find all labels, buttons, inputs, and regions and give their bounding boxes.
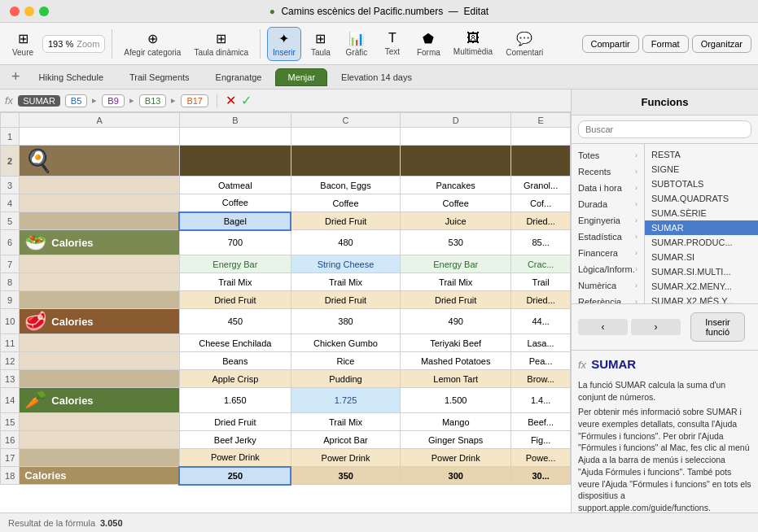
category-durada[interactable]: Durada ›	[572, 196, 644, 212]
func-sumar-si[interactable]: SUMAR.SI	[645, 250, 758, 264]
cell-b13[interactable]: Apple Crisp	[179, 370, 291, 388]
tab-menjar[interactable]: Menjar	[275, 68, 327, 86]
cell-e7[interactable]: Crac...	[511, 255, 571, 273]
cell-e5[interactable]: Dried...	[511, 212, 571, 230]
cell-d13[interactable]: Lemon Tart	[401, 370, 511, 388]
cell-b11[interactable]: Cheese Enchilada	[179, 334, 291, 352]
cell-a13[interactable]	[20, 370, 180, 388]
toolbar-comentari[interactable]: 💬 Comentari	[501, 28, 548, 60]
cell-a14[interactable]: 🥕 Calories	[20, 388, 180, 413]
cell-d8[interactable]: Trail Mix	[401, 273, 511, 291]
sidebar-next-button[interactable]: ›	[631, 319, 681, 335]
category-estadistica[interactable]: Estadística ›	[572, 229, 644, 245]
cell-d5[interactable]: Juice	[401, 212, 511, 230]
func-suma-quadrats[interactable]: SUMA.QUADRATS	[645, 191, 758, 206]
cell-c7[interactable]: String Cheese	[291, 255, 400, 273]
close-button[interactable]	[10, 7, 20, 16]
cell-c4[interactable]: Coffee	[291, 194, 400, 212]
fullscreen-button[interactable]	[39, 7, 49, 16]
cell-a17[interactable]	[20, 449, 180, 467]
cell-a9[interactable]	[20, 291, 180, 309]
add-sheet-button[interactable]: +	[7, 68, 25, 85]
cell-c11[interactable]: Chicken Gumbo	[291, 334, 400, 352]
search-input[interactable]	[578, 120, 751, 138]
cell-b16[interactable]: Beef Jerky	[179, 431, 291, 449]
sidebar-prev-button[interactable]: ‹	[578, 319, 628, 335]
insert-function-button[interactable]: Inserir funció	[690, 312, 745, 342]
cell-e8[interactable]: Trail	[511, 273, 571, 291]
func-signe[interactable]: SIGNE	[645, 162, 758, 177]
toolbar-text[interactable]: T Text	[376, 28, 409, 59]
cell-c15[interactable]: Trail Mix	[291, 413, 400, 431]
category-recents[interactable]: Recents ›	[572, 164, 644, 180]
cell-a18-calories[interactable]: Calories	[20, 467, 180, 485]
cell-e6[interactable]: 85...	[511, 230, 571, 255]
category-totes[interactable]: Totes ›	[572, 147, 644, 164]
cell-d18[interactable]: 300	[401, 467, 511, 485]
formula-function-badge[interactable]: SUMAR	[18, 95, 60, 107]
cell-d17[interactable]: Power Drink	[401, 449, 511, 467]
cell-e3[interactable]: Granol...	[511, 177, 571, 194]
cell-c2[interactable]	[291, 146, 400, 177]
cell-d11-mashed-potatoes[interactable]: Teriyaki Beef	[401, 334, 511, 352]
cell-b8[interactable]: Trail Mix	[179, 273, 291, 291]
cell-a6[interactable]: 🥗 Calories	[20, 230, 180, 255]
cell-e10[interactable]: 44...	[511, 309, 571, 334]
toolbar-forma[interactable]: ⬟ Forma	[412, 28, 445, 60]
cell-d10[interactable]: 490	[401, 309, 511, 334]
cell-e12[interactable]: Pea...	[511, 352, 571, 370]
cell-d16[interactable]: Ginger Snaps	[401, 431, 511, 449]
formula-cell-ref-b9[interactable]: B9	[102, 94, 124, 107]
cell-c8[interactable]: Trail Mix	[291, 273, 400, 291]
cell-c10[interactable]: 380	[291, 309, 400, 334]
cell-c3[interactable]: Bacon, Eggs	[291, 177, 400, 194]
func-resta[interactable]: RESTA	[645, 147, 758, 162]
cell-e1[interactable]	[511, 128, 571, 146]
formula-confirm-button[interactable]: ✓	[241, 93, 252, 108]
cell-a8[interactable]	[20, 273, 180, 291]
cell-b15[interactable]: Dried Fruit	[179, 413, 291, 431]
cell-b12[interactable]: Beans	[179, 352, 291, 370]
cell-a5[interactable]	[20, 212, 180, 230]
col-header-d[interactable]: D	[401, 113, 511, 128]
cell-a15[interactable]	[20, 413, 180, 431]
cell-b5[interactable]: Bagel	[179, 212, 291, 230]
category-data-hora[interactable]: Data i hora ›	[572, 180, 644, 196]
cell-d7[interactable]: Energy Bar	[401, 255, 511, 273]
cell-b2[interactable]	[179, 146, 291, 177]
format-button[interactable]: Format	[642, 35, 689, 53]
toolbar-multimedia[interactable]: 🖼 Multimèdia	[449, 28, 497, 59]
toolbar-afegir[interactable]: ⊕ Afegir categoria	[119, 28, 186, 60]
tab-elevation[interactable]: Elevation 14 days	[329, 68, 424, 86]
cell-c14-trail-mix[interactable]: 1.725	[291, 388, 400, 413]
cell-b9[interactable]: Dried Fruit	[179, 291, 291, 309]
zoom-control[interactable]: 193 % Zoom	[42, 35, 105, 53]
cell-c12[interactable]: Rice	[291, 352, 400, 370]
toolbar-veure[interactable]: ⊞ Veure	[7, 28, 39, 60]
cell-e17[interactable]: Powe...	[511, 449, 571, 467]
cell-e15[interactable]: Beef...	[511, 413, 571, 431]
cell-d15[interactable]: Mango	[401, 413, 511, 431]
cell-e14[interactable]: 1.4...	[511, 388, 571, 413]
cell-b18[interactable]: 250	[179, 467, 291, 485]
cell-d1[interactable]	[401, 128, 511, 146]
cell-c16[interactable]: Apricot Bar	[291, 431, 400, 449]
cell-e18[interactable]: 30...	[511, 467, 571, 485]
cell-d12[interactable]: Mashed Potatoes	[401, 352, 511, 370]
tab-hiking-schedule[interactable]: Hiking Schedule	[27, 68, 116, 86]
cell-b14[interactable]: 1.650	[179, 388, 291, 413]
category-numerica[interactable]: Numèrica ›	[572, 277, 644, 294]
cell-b1[interactable]	[179, 128, 291, 146]
cell-d6[interactable]: 530	[401, 230, 511, 255]
cell-a7[interactable]	[20, 255, 180, 273]
category-logica[interactable]: Lògica/Inform. ›	[572, 261, 644, 277]
formula-cell-ref-b13[interactable]: B13	[139, 94, 167, 107]
grid-container[interactable]: A B C D E 1	[0, 112, 571, 512]
cell-e4[interactable]: Cof...	[511, 194, 571, 212]
cell-e13[interactable]: Brow...	[511, 370, 571, 388]
category-referencia[interactable]: Referència ›	[572, 294, 644, 303]
col-header-c[interactable]: C	[291, 113, 400, 128]
cell-a10[interactable]: 🥩 Calories	[20, 309, 180, 334]
cell-b6[interactable]: 700	[179, 230, 291, 255]
func-sumar-x2-mes-y[interactable]: SUMAR.X2.MÉS.Y...	[645, 294, 758, 303]
